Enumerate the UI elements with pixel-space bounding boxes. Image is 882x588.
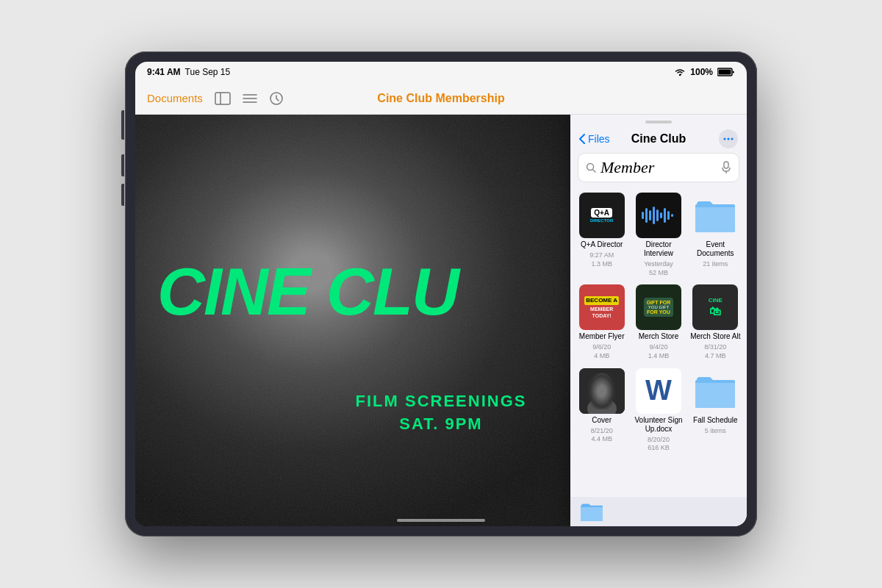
file-thumb-merch-alt: CINE 🛍: [692, 284, 738, 330]
chevron-left-icon: [579, 134, 585, 144]
file-name-interview: Director Interview: [633, 240, 684, 258]
power-button[interactable]: [121, 110, 124, 140]
battery-percent: 100%: [690, 67, 713, 77]
documents-button[interactable]: Documents: [147, 92, 203, 104]
files-panel-title: Cine Club: [631, 132, 686, 146]
file-name-event-docs: Event Documents: [690, 240, 741, 258]
file-meta-merch-alt: 8/31/20 4.7 MB: [704, 343, 726, 360]
ellipsis-icon: [723, 137, 734, 140]
volume-up-button[interactable]: [121, 154, 124, 176]
svg-rect-14: [724, 162, 728, 168]
ipad-screen: 9:41 AM Tue Sep 15 100%: [135, 62, 747, 526]
svg-rect-19: [653, 207, 655, 224]
file-meta-merch-store: 9/4/20 1.4 MB: [648, 343, 670, 360]
list-icon[interactable]: [243, 92, 257, 105]
ipad-device: 9:41 AM Tue Sep 15 100%: [125, 51, 757, 537]
files-bottom-strip: [570, 497, 747, 526]
battery-icon: [717, 68, 735, 76]
files-row-1: Q+A DIRECTOR Q+A Director 9:27 AM 1.3 MB: [576, 193, 741, 277]
svg-rect-24: [671, 214, 673, 217]
file-item-fall-schedule[interactable]: Fall Schedule 5 items: [690, 368, 741, 453]
files-row-3: Cover 8/21/20 4.4 MB W Volunteer Sign: [576, 368, 741, 453]
file-item-merch-store-alt[interactable]: CINE 🛍 Merch Store Alt 8/31/20 4.7 MB: [690, 284, 741, 360]
files-row-2: BECOME A MEMBER TODAY! Member Flyer 9/6/…: [576, 284, 741, 360]
word-icon: W: [645, 375, 672, 406]
file-name-merch-alt: Merch Store Alt: [690, 332, 740, 341]
qa-badge: Q+A: [591, 208, 612, 218]
folder-icon-fall: [694, 371, 736, 411]
file-thumb-cover: [579, 368, 625, 414]
file-item-event-documents[interactable]: Event Documents 21 items: [690, 193, 741, 277]
mic-icon[interactable]: [721, 161, 731, 174]
status-date: Tue Sep 15: [185, 67, 231, 77]
home-indicator: [397, 519, 485, 522]
file-name-fall-schedule: Fall Schedule: [693, 416, 738, 425]
file-thumb-event-folder: [692, 193, 738, 238]
cine-club-title: CINE CLU: [157, 259, 458, 325]
main-content: CINE CLU FILM SCREENINGS SAT. 9PM: [135, 115, 747, 526]
wifi-icon: [674, 68, 686, 76]
svg-rect-17: [645, 208, 648, 223]
file-thumb-audio: [636, 193, 681, 238]
svg-rect-18: [649, 210, 651, 220]
svg-point-12: [731, 138, 734, 140]
file-item-volunteer-signup[interactable]: W Volunteer Sign Up.docx 8/20/20 616 KB: [633, 368, 684, 453]
waveform-svg: [640, 204, 677, 226]
panel-handle[interactable]: [645, 121, 672, 123]
merch-alt-text: CINE 🛍: [709, 297, 723, 318]
file-item-member-flyer[interactable]: BECOME A MEMBER TODAY! Member Flyer 9/6/…: [576, 284, 627, 360]
files-panel: Files Cine Club: [570, 115, 747, 526]
file-thumb-merch-store: GIFT FOR YOU GIFT FOR YOU: [636, 284, 681, 330]
files-back-button[interactable]: Files: [579, 133, 610, 145]
file-thumb-fall-folder: [692, 368, 738, 414]
panel-icon[interactable]: [215, 92, 231, 105]
merch-inner: GIFT FOR YOU GIFT FOR YOU: [644, 298, 674, 317]
bottom-folder-icon: [579, 501, 604, 523]
file-name-volunteer: Volunteer Sign Up.docx: [633, 416, 684, 434]
svg-rect-3: [215, 93, 230, 104]
svg-rect-20: [656, 209, 659, 221]
search-icon: [586, 162, 596, 173]
file-item-qa-director[interactable]: Q+A DIRECTOR Q+A Director 9:27 AM 1.3 MB: [576, 193, 627, 277]
file-meta-interview: Yesterday 52 MB: [644, 260, 673, 277]
document-title: Cine Club Membership: [377, 92, 504, 105]
files-more-button[interactable]: [719, 129, 738, 148]
file-thumb-word: W: [636, 368, 681, 414]
file-name-merch-store: Merch Store: [639, 332, 678, 341]
toolbar: Documents Cine Club Membershi: [135, 82, 747, 115]
svg-point-10: [724, 138, 726, 140]
search-bar[interactable]: Member: [578, 153, 739, 182]
svg-rect-25: [579, 368, 625, 414]
file-meta-event-docs: 21 items: [703, 260, 728, 269]
search-input[interactable]: Member: [600, 158, 717, 177]
folder-icon-event: [694, 196, 736, 235]
file-meta-qa: 9:27 AM 1.3 MB: [589, 251, 614, 268]
file-item-merch-store[interactable]: GIFT FOR YOU GIFT FOR YOU Merch Store 9/…: [633, 284, 684, 360]
toolbar-left: Documents: [147, 91, 284, 106]
volume-down-button[interactable]: [121, 184, 124, 206]
status-time: 9:41 AM: [147, 67, 181, 77]
file-meta-fall-schedule: 5 items: [705, 427, 726, 436]
qa-director-sub: DIRECTOR: [590, 218, 613, 223]
svg-rect-22: [664, 208, 666, 223]
film-screenings-text: FILM SCREENINGS SAT. 9PM: [356, 390, 527, 436]
file-name-cover: Cover: [592, 416, 612, 425]
svg-rect-23: [667, 211, 670, 220]
member-flyer-text: BECOME A MEMBER TODAY!: [584, 296, 619, 320]
files-grid: Q+A DIRECTOR Q+A Director 9:27 AM 1.3 MB: [570, 188, 747, 497]
svg-rect-21: [660, 212, 662, 218]
file-thumb-member-flyer: BECOME A MEMBER TODAY!: [579, 284, 625, 330]
file-name-member-flyer: Member Flyer: [579, 332, 625, 341]
svg-point-26: [592, 373, 612, 400]
file-name-qa: Q+A Director: [581, 240, 623, 249]
file-item-director-interview[interactable]: Director Interview Yesterday 52 MB: [633, 193, 684, 277]
file-item-cover[interactable]: Cover 8/21/20 4.4 MB: [576, 368, 627, 453]
cover-portrait-svg: [579, 368, 625, 414]
svg-point-27: [587, 398, 617, 414]
timer-icon[interactable]: [269, 91, 284, 106]
file-meta-cover: 8/21/20 4.4 MB: [591, 427, 613, 444]
status-bar: 9:41 AM Tue Sep 15 100%: [135, 62, 747, 82]
svg-rect-2: [719, 70, 731, 75]
file-thumb-qa: Q+A DIRECTOR: [579, 193, 625, 238]
svg-rect-16: [642, 212, 644, 219]
